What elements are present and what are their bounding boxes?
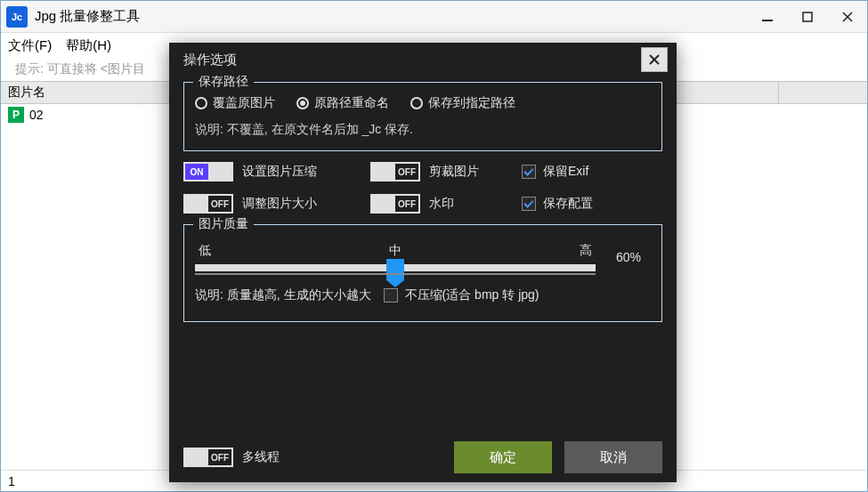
close-button[interactable] bbox=[827, 1, 867, 32]
toggle-off-label: OFF bbox=[395, 164, 418, 180]
menu-help[interactable]: 帮助(H) bbox=[66, 37, 111, 54]
menu-file[interactable]: 文件(F) bbox=[8, 37, 52, 54]
check-no-compress[interactable]: 不压缩(适合 bmp 转 jpg) bbox=[384, 287, 539, 303]
toggle-compress[interactable]: ON bbox=[183, 162, 233, 181]
column-spacer bbox=[778, 82, 867, 103]
dialog-title: 操作选项 bbox=[183, 52, 641, 69]
toggle-multithread[interactable]: OFF bbox=[183, 448, 233, 467]
titlebar: Jc Jpg 批量修整工具 bbox=[1, 1, 867, 33]
cancel-button[interactable]: 取消 bbox=[564, 441, 662, 473]
radio-icon bbox=[410, 97, 423, 109]
quality-desc-text: 说明: 质量越高, 生成的大小越大 bbox=[195, 287, 371, 303]
check-keep-exif-label: 保留Exif bbox=[543, 164, 588, 180]
check-no-compress-label: 不压缩(适合 bmp 转 jpg) bbox=[405, 287, 539, 303]
toggle-compress-label: 设置图片压缩 bbox=[242, 164, 317, 180]
window-title: Jpg 批量修整工具 bbox=[35, 8, 747, 25]
radio-rename-label: 原路径重命名 bbox=[314, 95, 389, 111]
toggle-off-label: OFF bbox=[208, 196, 231, 212]
dialog-close-button[interactable] bbox=[641, 47, 668, 72]
ok-button[interactable]: 确定 bbox=[454, 441, 552, 473]
quality-mid-label: 中 bbox=[389, 243, 402, 259]
close-icon bbox=[842, 12, 853, 22]
check-save-config-label: 保存配置 bbox=[543, 196, 593, 212]
radio-icon bbox=[195, 97, 207, 109]
dialog-footer: OFF 多线程 确定 取消 bbox=[183, 441, 662, 473]
quality-value: 60% bbox=[606, 250, 651, 264]
radio-overwrite[interactable]: 覆盖原图片 bbox=[195, 95, 275, 111]
toggle-off-label: OFF bbox=[395, 196, 418, 212]
checkbox-icon bbox=[522, 197, 536, 211]
check-keep-exif[interactable]: 保留Exif bbox=[522, 162, 662, 181]
toggle-off-label: OFF bbox=[208, 449, 231, 465]
save-path-desc: 说明: 不覆盖, 在原文件名后加 _Jc 保存. bbox=[195, 122, 651, 138]
slider-thumb[interactable] bbox=[386, 259, 404, 280]
maximize-icon bbox=[802, 12, 813, 22]
options-dialog: 操作选项 保存路径 覆盖原图片 原路径重命名 保存到指定路径 bbox=[169, 43, 677, 482]
maximize-button[interactable] bbox=[787, 1, 827, 32]
toggle-crop[interactable]: OFF bbox=[370, 162, 420, 181]
save-path-group: 保存路径 覆盖原图片 原路径重命名 保存到指定路径 说明: 不覆盖, 在原文件名… bbox=[183, 82, 662, 151]
toggles-grid: ON 设置图片压缩 OFF 剪裁图片 保留Exif OFF 调整图片大小 bbox=[183, 162, 662, 214]
save-path-legend: 保存路径 bbox=[193, 74, 254, 90]
quality-legend: 图片质量 bbox=[193, 216, 254, 232]
file-badge-icon: P bbox=[8, 107, 24, 123]
app-icon: Jc bbox=[6, 6, 28, 28]
radio-target[interactable]: 保存到指定路径 bbox=[410, 95, 515, 111]
file-name: 02 bbox=[29, 108, 44, 122]
toggle-crop-label: 剪裁图片 bbox=[429, 164, 479, 180]
svg-rect-1 bbox=[803, 12, 812, 21]
check-save-config[interactable]: 保存配置 bbox=[522, 194, 662, 214]
dialog-body: 保存路径 覆盖原图片 原路径重命名 保存到指定路径 说明: 不覆盖, 在原文件名… bbox=[169, 77, 677, 343]
toggle-multithread-label: 多线程 bbox=[242, 449, 280, 465]
toggle-on-label: ON bbox=[185, 164, 208, 180]
quality-slider[interactable] bbox=[195, 264, 596, 271]
minimize-icon bbox=[762, 12, 773, 22]
toggle-watermark-label: 水印 bbox=[429, 196, 454, 212]
dialog-header: 操作选项 bbox=[169, 43, 677, 77]
toggle-resize[interactable]: OFF bbox=[183, 194, 233, 214]
close-icon bbox=[649, 54, 660, 65]
checkbox-icon bbox=[384, 288, 398, 302]
checkbox-icon bbox=[522, 165, 536, 179]
radio-overwrite-label: 覆盖原图片 bbox=[213, 95, 275, 111]
status-count: 1 bbox=[8, 474, 15, 488]
quality-low-label: 低 bbox=[199, 243, 211, 259]
radio-target-label: 保存到指定路径 bbox=[428, 95, 515, 111]
toggle-resize-label: 调整图片大小 bbox=[242, 196, 317, 212]
quality-group: 图片质量 低 中 高 60% 说明: 质量越高, 生成的大小越大 bbox=[183, 224, 662, 322]
quality-high-label: 高 bbox=[580, 243, 592, 259]
radio-rename[interactable]: 原路径重命名 bbox=[296, 95, 389, 111]
svg-rect-0 bbox=[762, 20, 773, 21]
toggle-watermark[interactable]: OFF bbox=[370, 194, 420, 214]
minimize-button[interactable] bbox=[747, 1, 787, 32]
radio-icon bbox=[296, 97, 309, 109]
